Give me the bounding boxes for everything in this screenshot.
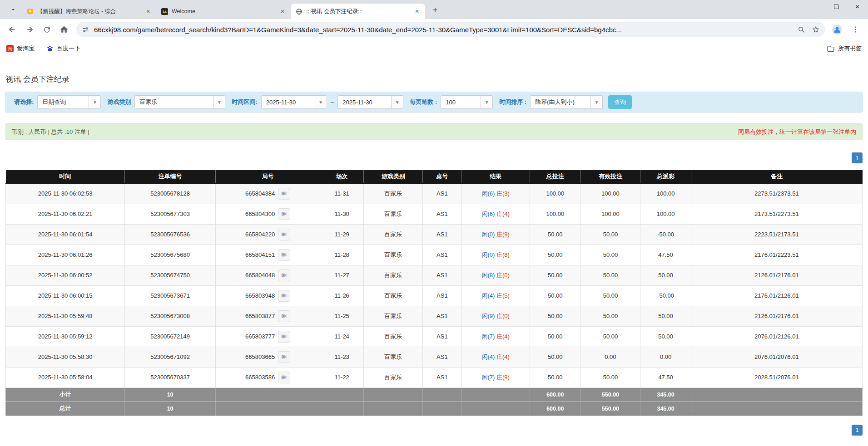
- cell-result: 闲(9) 庄(0): [461, 306, 530, 326]
- video-replay-button[interactable]: [278, 270, 290, 281]
- footer-cell: [216, 387, 320, 402]
- forum-favicon-icon: [26, 8, 34, 15]
- search-button[interactable]: 查询: [608, 95, 632, 109]
- page-1-button[interactable]: 1: [852, 425, 863, 436]
- bookmark-label: 爱淘宝: [17, 44, 35, 53]
- video-replay-button[interactable]: [278, 290, 290, 302]
- video-replay-button[interactable]: [278, 331, 290, 343]
- cell-valid-bet: 50.00: [580, 326, 640, 347]
- bookmark-star-icon[interactable]: [812, 25, 820, 34]
- tab-welcome[interactable]: Welcome ✕: [156, 4, 291, 19]
- forward-button[interactable]: [22, 22, 37, 37]
- result-banker: 庄(4): [496, 353, 510, 360]
- all-bookmarks-button[interactable]: 所有书签: [827, 44, 862, 53]
- cell-total-bet[interactable]: 50.00: [530, 285, 580, 306]
- cell-session: 11-31: [320, 183, 364, 204]
- taobao-icon: 淘: [6, 45, 14, 52]
- cell-total-bet[interactable]: 50.00: [530, 326, 580, 347]
- cell-total-bet[interactable]: 50.00: [530, 224, 580, 245]
- result-player: 闲(4): [482, 292, 495, 299]
- round-number: 665803665: [245, 353, 275, 360]
- chrome-menu-icon[interactable]: [848, 22, 863, 37]
- globe-favicon-icon: [295, 8, 303, 15]
- cell-game-type: 百家乐: [364, 265, 423, 285]
- tab-close-icon[interactable]: ✕: [413, 8, 421, 15]
- video-replay-button[interactable]: [278, 208, 290, 220]
- date-start-select[interactable]: 2025-11-30 ▼: [261, 95, 327, 109]
- bookmark-taobao[interactable]: 淘 爱淘宝: [6, 44, 35, 53]
- cell-valid-bet: 50.00: [580, 224, 640, 245]
- profile-avatar[interactable]: [829, 22, 845, 37]
- video-replay-button[interactable]: [278, 229, 290, 240]
- cell-total-bet[interactable]: 100.00: [530, 204, 580, 224]
- cell-total-bet[interactable]: 100.00: [530, 183, 580, 204]
- cell-result: 闲(6) 庄(3): [461, 183, 530, 204]
- cell-total-bet[interactable]: 50.00: [530, 245, 580, 265]
- video-replay-button[interactable]: [278, 372, 290, 383]
- bet-table-body: 2025-11-30 06:02:53 523005678128 6658043…: [6, 183, 863, 387]
- bookmark-baidu[interactable]: 百度一下: [46, 44, 80, 53]
- video-replay-button[interactable]: [278, 351, 290, 363]
- sort-select[interactable]: 降幂(由大到小) ▼: [530, 95, 603, 109]
- cell-remark: 2028.51/2076.01: [691, 367, 862, 387]
- new-tab-button[interactable]: +: [429, 4, 441, 16]
- result-banker: 庄(9): [496, 231, 510, 238]
- cell-total-bet[interactable]: 50.00: [530, 265, 580, 285]
- footer-cell: [691, 387, 862, 402]
- cell-round: 665803665: [216, 347, 320, 367]
- cell-table-no: AS1: [423, 265, 461, 285]
- minimize-button[interactable]: —: [804, 0, 825, 14]
- result-banker: 庄(3): [496, 190, 510, 197]
- per-page-select[interactable]: 100 ▼: [441, 95, 493, 109]
- cell-time: 2025-11-30 06:01:26: [6, 245, 125, 265]
- cell-total-bet[interactable]: 50.00: [530, 306, 580, 326]
- tab-forum[interactable]: 【新提醒】海燕策略论坛 - 综合 ✕: [22, 4, 156, 19]
- back-button[interactable]: [5, 22, 20, 37]
- maximize-button[interactable]: [825, 0, 847, 14]
- svg-text:淘: 淘: [8, 46, 12, 51]
- cell-result: 闲(4) 庄(5): [461, 285, 530, 306]
- select-mode-label: 请选择:: [14, 98, 34, 106]
- cell-total-bet[interactable]: 50.00: [530, 367, 580, 387]
- game-type-select[interactable]: 百家乐 ▼: [134, 95, 225, 109]
- footer-cell: [364, 402, 423, 416]
- table-row: 2025-11-30 05:59:12 523005672149 6658037…: [6, 326, 863, 347]
- query-mode-select[interactable]: 日期查询 ▼: [37, 95, 101, 109]
- video-replay-button[interactable]: [278, 249, 290, 261]
- tab-list-chevron-icon[interactable]: [6, 3, 20, 16]
- cell-total-bet[interactable]: 50.00: [530, 347, 580, 367]
- zoom-icon[interactable]: [798, 26, 805, 34]
- video-replay-button[interactable]: [278, 188, 290, 200]
- cell-remark: 2223.51/2173.51: [691, 224, 862, 245]
- cell-remark: 2176.01/2223.51: [691, 245, 862, 265]
- tab-bet-records[interactable]: :::视讯 会员下注纪录::: ✕: [291, 4, 425, 19]
- result-player: 闲(7): [482, 333, 495, 340]
- footer-cell: [320, 387, 364, 402]
- address-bar[interactable]: 66cxkj98.com/game/betrecord_search/kind3…: [76, 22, 825, 37]
- footer-cell: [423, 402, 461, 416]
- cell-valid-bet: 50.00: [580, 285, 640, 306]
- video-replay-button[interactable]: [278, 310, 290, 322]
- round-number: 665804220: [245, 231, 275, 238]
- cell-session: 11-28: [320, 245, 364, 265]
- close-window-button[interactable]: ✕: [847, 0, 868, 14]
- refresh-button[interactable]: [39, 22, 55, 37]
- result-banker: 庄(8): [496, 251, 510, 258]
- result-banker: 庄(0): [496, 272, 510, 279]
- url-text[interactable]: 66cxkj98.com/game/betrecord_search/kind3…: [94, 26, 791, 34]
- tab-close-icon[interactable]: ✕: [279, 8, 286, 15]
- date-end-select[interactable]: 2025-11-30 ▼: [337, 95, 403, 109]
- page-1-button[interactable]: 1: [852, 152, 863, 163]
- sort-label: 时间排序 :: [499, 98, 526, 106]
- result-banker: 庄(0): [496, 313, 510, 319]
- cell-session: 11-24: [320, 326, 364, 347]
- site-info-icon[interactable]: [82, 26, 89, 34]
- date-range-label: 时间区间:: [232, 98, 257, 106]
- cell-table-no: AS1: [423, 326, 461, 347]
- cell-session: 11-30: [320, 204, 364, 224]
- total-row: 总计10600.00550.00345.00: [6, 402, 863, 416]
- home-button[interactable]: [56, 22, 72, 37]
- footer-cell: [320, 402, 364, 416]
- tab-close-icon[interactable]: ✕: [144, 8, 152, 15]
- bookmarks-bar: 淘 爱淘宝 百度一下 所有书签: [0, 40, 868, 57]
